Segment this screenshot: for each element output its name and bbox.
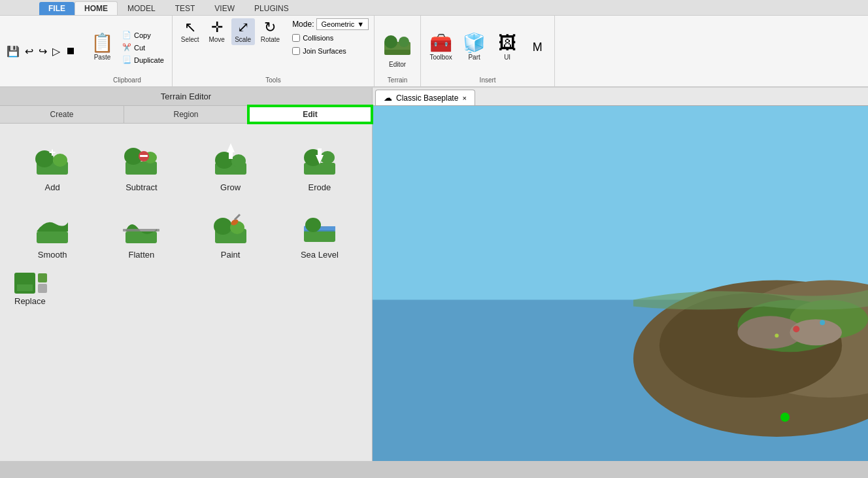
tool-replace[interactable]: Replace	[10, 269, 94, 310]
rotate-button[interactable]: ↻ Rotate	[258, 18, 283, 45]
stop-icon[interactable]: ⏹	[64, 44, 77, 58]
toolbox-button[interactable]: 🧰 Toolbox	[426, 32, 456, 63]
editor-button[interactable]: Editor	[380, 26, 415, 70]
add-tool-label: Add	[45, 182, 60, 192]
join-surfaces-checkbox[interactable]: Join Surfaces	[292, 47, 369, 55]
terrain-editor-tabs: Create Region Edit	[0, 106, 372, 124]
editor-label: Editor	[389, 61, 406, 68]
copy-label: Copy	[134, 31, 151, 39]
tool-grow[interactable]: Grow	[189, 134, 273, 196]
sea-level-tool-label: Sea Level	[301, 250, 339, 260]
cut-button[interactable]: ✂️ Cut	[120, 42, 167, 53]
svg-point-45	[793, 326, 799, 332]
svg-point-1	[384, 35, 397, 48]
terrain-editor-title: Terrain Editor	[0, 88, 372, 106]
tab-test[interactable]: TEST	[165, 1, 205, 15]
erode-tool-label: Erode	[309, 182, 331, 192]
svg-marker-16	[227, 143, 235, 152]
svg-rect-31	[304, 230, 335, 242]
toolbox-icon: 🧰	[429, 34, 452, 52]
tool-subtract[interactable]: Subtract	[99, 134, 183, 196]
svg-point-46	[820, 320, 825, 325]
subtract-tool-icon	[120, 138, 162, 180]
grow-tool-label: Grow	[220, 182, 241, 192]
grow-tool-icon	[210, 138, 252, 180]
clipboard-group-label: Clipboard	[113, 77, 141, 85]
terrain-editor-panel: Terrain Editor Create Region Edit + Add	[0, 88, 373, 461]
collisions-check-input[interactable]	[292, 34, 300, 42]
copy-button[interactable]: 📄 Copy	[120, 29, 167, 41]
tab-home[interactable]: HOME	[75, 1, 118, 15]
terrain-tab-region[interactable]: Region	[124, 106, 248, 123]
ui-button[interactable]: 🖼 UI	[493, 32, 522, 63]
mode-chevron-icon: ▼	[357, 20, 364, 28]
move-label: Move	[209, 36, 224, 43]
select-label: Select	[181, 36, 199, 43]
svg-rect-35	[17, 284, 33, 291]
clipboard-content: 📋 Paste 📄 Copy ✂️ Cut 📃 Duplicate	[88, 18, 167, 77]
mode-dropdown[interactable]: Geometric ▼	[316, 18, 369, 30]
tool-smooth[interactable]: Smooth	[10, 201, 94, 264]
tab-model[interactable]: MODEL	[118, 1, 165, 15]
more-icon: M	[533, 41, 542, 53]
tools-content: ↖ Select ✛ Move ⤢ Scale ↻ Rotate	[178, 18, 369, 77]
file-menu-button[interactable]: FILE	[39, 2, 75, 15]
more-button[interactable]: M	[526, 39, 549, 56]
svg-rect-3	[384, 50, 410, 55]
replace-tool-label: Replace	[14, 296, 46, 306]
classic-baseplate-tab[interactable]: ☁ Classic Baseplate ×	[375, 90, 475, 105]
svg-rect-24	[125, 231, 157, 243]
select-icon: ↖	[184, 20, 196, 35]
editor-icon	[383, 27, 412, 60]
svg-point-47	[775, 333, 778, 337]
svg-rect-12	[140, 155, 148, 157]
rotate-icon: ↻	[264, 20, 276, 35]
paste-label: Paste	[94, 54, 111, 61]
viewport-tab-bar: ☁ Classic Baseplate ×	[373, 88, 868, 106]
terrain-tab-edit[interactable]: Edit	[248, 106, 372, 123]
svg-text:+: +	[49, 146, 56, 159]
ui-icon: 🖼	[498, 34, 516, 52]
paint-tool-label: Paint	[221, 250, 241, 260]
insert-content: 🧰 Toolbox 🧊 Part 🖼 UI M	[426, 18, 549, 77]
viewport-content	[373, 106, 868, 461]
move-button[interactable]: ✛ Move	[205, 18, 229, 45]
svg-point-20	[320, 151, 335, 164]
part-button[interactable]: 🧊 Part	[459, 32, 489, 63]
play-icon[interactable]: ▷	[51, 44, 61, 59]
smooth-tool-icon	[31, 205, 73, 247]
terrain-tab-create[interactable]: Create	[0, 106, 124, 123]
scale-icon: ⤢	[237, 20, 249, 35]
mode-selector[interactable]: Mode: Geometric ▼	[292, 18, 369, 30]
join-surfaces-check-input[interactable]	[292, 47, 300, 55]
save-icon[interactable]: 💾	[5, 44, 21, 59]
move-icon: ✛	[211, 20, 223, 35]
viewport[interactable]	[373, 106, 868, 461]
part-icon: 🧊	[463, 34, 486, 52]
duplicate-icon: 📃	[122, 56, 131, 64]
erode-tool-icon	[299, 138, 341, 180]
paste-button[interactable]: 📋 Paste	[88, 32, 117, 63]
redo-icon[interactable]: ↪	[37, 44, 48, 59]
tool-paint[interactable]: Paint	[189, 201, 273, 264]
toolbox-label: Toolbox	[429, 54, 452, 61]
subtract-tool-label: Subtract	[125, 182, 157, 192]
tab-plugins[interactable]: PLUGINS	[244, 1, 299, 15]
tool-sea-level[interactable]: Sea Level	[278, 201, 361, 264]
scale-button[interactable]: ⤢ Scale	[231, 18, 255, 45]
tool-flatten[interactable]: Flatten	[99, 201, 183, 264]
flatten-tool-label: Flatten	[129, 250, 155, 260]
tool-erode[interactable]: Erode	[278, 134, 361, 196]
paint-tool-icon	[210, 205, 252, 247]
cut-label: Cut	[134, 44, 145, 52]
close-tab-icon[interactable]: ×	[462, 94, 466, 102]
select-button[interactable]: ↖ Select	[178, 18, 203, 45]
terrain-tools-grid: + Add Subtract	[0, 124, 372, 320]
undo-icon[interactable]: ↩	[24, 44, 35, 59]
tool-add[interactable]: + Add	[10, 134, 94, 196]
duplicate-button[interactable]: 📃 Duplicate	[120, 54, 167, 65]
classic-baseplate-label: Classic Baseplate	[396, 94, 458, 103]
collisions-checkbox[interactable]: Collisions	[292, 34, 369, 42]
tab-view[interactable]: VIEW	[205, 1, 244, 15]
quick-access-toolbar: 💾 ↩ ↪ ▷ ⏹	[0, 16, 82, 86]
